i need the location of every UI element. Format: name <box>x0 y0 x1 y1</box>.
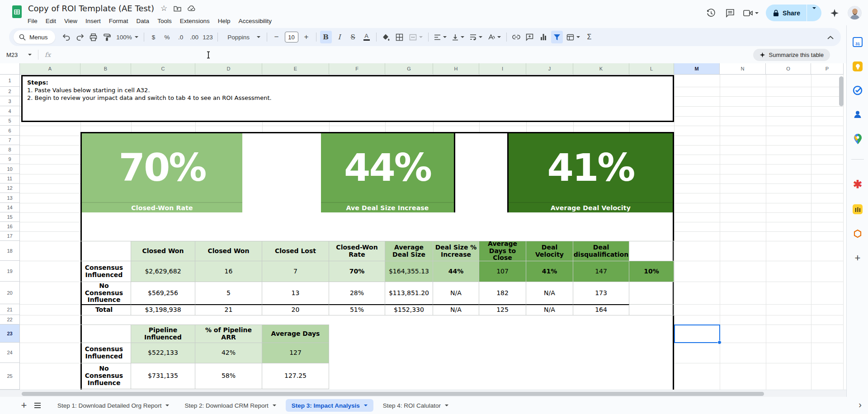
table-cell[interactable]: 164 <box>573 304 629 315</box>
vertical-scrollbar-thumb[interactable] <box>839 76 844 106</box>
more-formats-button[interactable]: 123 <box>202 31 214 43</box>
text-color-button[interactable]: A <box>361 31 373 43</box>
table-cell[interactable]: 107 <box>479 261 526 282</box>
stat-ave-deal-size-increase[interactable]: 44% Ave Deal Size Increase <box>321 133 455 212</box>
strikethrough-button[interactable]: S <box>347 31 359 43</box>
row-header-6[interactable]: 6 <box>0 126 20 136</box>
table-cell[interactable] <box>629 305 674 315</box>
col-header-pct-of-pipeline-arr[interactable]: % of Pipeline ARR <box>195 325 262 343</box>
column-header-h[interactable]: H <box>433 63 479 75</box>
table-cell[interactable]: $164,355.13 <box>385 261 433 282</box>
hexagon-add-on-icon[interactable] <box>852 228 863 239</box>
text-rotation-button[interactable] <box>486 31 503 43</box>
column-header-f[interactable]: F <box>329 63 385 75</box>
summarize-table-button[interactable]: Summarize this table <box>753 49 830 61</box>
star-icon[interactable]: ☆ <box>160 4 167 13</box>
vertical-align-button[interactable] <box>450 31 466 43</box>
google-maps-icon[interactable] <box>852 133 863 144</box>
row-header-12[interactable]: 12 <box>0 183 20 193</box>
column-header-p[interactable]: P <box>811 63 844 75</box>
horizontal-align-button[interactable] <box>432 31 448 43</box>
row-header-2[interactable]: 2 <box>0 87 20 96</box>
bold-button[interactable]: B <box>320 31 332 43</box>
asterisk-add-on-icon[interactable]: ✱ <box>852 179 863 190</box>
google-contacts-icon[interactable] <box>852 109 863 120</box>
row-header-1[interactable]: 1 <box>0 75 20 87</box>
menu-format[interactable]: Format <box>105 16 132 26</box>
column-header-o[interactable]: O <box>766 63 811 75</box>
table-cell[interactable]: 41% <box>526 261 573 282</box>
col-header-closed-won-rate[interactable]: Closed-Won Rate <box>329 241 385 261</box>
table-cell[interactable]: 51% <box>329 304 385 315</box>
column-header-c[interactable]: C <box>131 63 195 75</box>
increase-decimal-button[interactable]: .00 <box>189 31 200 43</box>
table-cell[interactable] <box>80 241 131 261</box>
column-header-i[interactable]: I <box>479 63 526 75</box>
borders-button[interactable] <box>394 31 406 43</box>
sheets-logo-icon[interactable] <box>12 5 23 19</box>
row-header-20[interactable]: 20 <box>0 282 20 304</box>
redo-button[interactable] <box>74 31 86 43</box>
grid-canvas[interactable]: Steps: 1. Paste Values below starting in… <box>20 75 844 390</box>
get-add-ons-icon[interactable]: + <box>852 253 863 263</box>
table-cell[interactable]: $2,629,682 <box>131 261 195 282</box>
name-box[interactable]: M23 <box>0 52 35 58</box>
gemini-sparkle-icon[interactable] <box>829 7 840 19</box>
table-cell[interactable]: 10% <box>629 261 674 282</box>
table-cell[interactable]: N/A <box>433 282 479 305</box>
row-header-10[interactable]: 10 <box>0 164 20 174</box>
row-header-11[interactable]: 11 <box>0 174 20 183</box>
tab-menu-caret[interactable] <box>165 405 169 408</box>
row-header-14[interactable]: 14 <box>0 203 20 212</box>
tab-menu-caret[interactable] <box>273 405 276 408</box>
undo-button[interactable] <box>61 31 72 43</box>
fill-color-button[interactable] <box>380 31 392 43</box>
meet-call-control[interactable] <box>743 9 759 17</box>
table-cell[interactable]: $569,256 <box>131 282 195 305</box>
menu-file[interactable]: File <box>24 16 42 26</box>
decrease-decimal-button[interactable]: .0 <box>175 31 187 43</box>
row-header-8[interactable]: 8 <box>0 145 20 155</box>
move-to-folder-icon[interactable] <box>174 5 181 12</box>
horizontal-scrollbar-thumb[interactable] <box>22 392 764 396</box>
column-header-j[interactable]: J <box>526 63 573 75</box>
share-dropdown[interactable] <box>807 9 821 17</box>
table-cell[interactable]: 125 <box>479 304 526 315</box>
zoom-control[interactable]: 100% <box>115 31 140 43</box>
table-cell[interactable]: 147 <box>573 261 629 282</box>
menu-view[interactable]: View <box>60 16 81 26</box>
col-header-deal-size-increase[interactable]: Deal Size % Increase <box>433 241 479 261</box>
column-header-b[interactable]: B <box>80 63 131 75</box>
table-cell[interactable]: $152,330 <box>385 304 433 315</box>
row-header-21[interactable]: 21 <box>0 304 20 315</box>
table-cell[interactable]: 21 <box>195 304 262 315</box>
row-header-17[interactable]: 17 <box>0 231 20 241</box>
column-header-g[interactable]: G <box>385 63 433 75</box>
table-cell[interactable]: $113,851.20 <box>385 282 433 305</box>
row-header-7[interactable]: 7 <box>0 136 20 145</box>
table-cell[interactable]: 70% <box>329 261 385 282</box>
row-label-total[interactable]: Total <box>80 304 131 315</box>
print-button[interactable] <box>88 31 99 43</box>
vertical-scrollbar[interactable] <box>839 75 844 386</box>
menu-help[interactable]: Help <box>214 16 235 26</box>
google-tasks-icon[interactable] <box>852 85 863 96</box>
font-family-control[interactable]: Poppins <box>222 31 263 43</box>
row-header-19[interactable]: 19 <box>0 261 20 282</box>
stat-average-deal-velocity[interactable]: 41% Average Deal Velocity <box>507 133 673 212</box>
table-cell[interactable]: 7 <box>262 261 329 282</box>
col-header-deal-disqualification[interactable]: Deal disqualification <box>573 241 629 261</box>
row-header-4[interactable]: 4 <box>0 106 20 116</box>
miro-icon[interactable] <box>852 204 863 215</box>
horizontal-scrollbar[interactable] <box>0 390 846 397</box>
insert-chart-button[interactable] <box>538 31 549 43</box>
side-panel-collapse-chevron[interactable]: › <box>859 400 862 410</box>
column-header-e[interactable]: E <box>262 63 329 75</box>
table-cell[interactable]: N/A <box>526 304 573 315</box>
share-button-main[interactable]: Share <box>766 5 807 21</box>
table-cell[interactable] <box>629 241 674 261</box>
all-sheets-button[interactable] <box>31 399 44 412</box>
table-cell[interactable]: $731,135 <box>131 363 195 389</box>
menu-tools[interactable]: Tools <box>153 16 176 26</box>
hide-menus-chevron[interactable] <box>827 34 834 41</box>
